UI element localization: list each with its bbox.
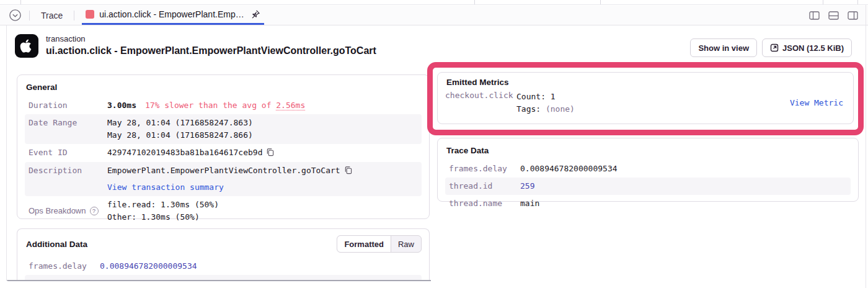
help-icon[interactable]: ? [90, 207, 99, 215]
row-thread-id: thread.id 259 [445, 178, 851, 195]
event-type-label: transaction [46, 34, 376, 43]
thread-id-key: thread.id [449, 180, 520, 192]
emitted-metrics-title: Emitted Metrics [446, 78, 846, 87]
row-frames-delay: frames.delay 0.008946782000009534 [25, 258, 422, 275]
drawer-layout-controls [809, 11, 858, 20]
trace-data-section: Trace Data frames.delay 0.00894678200000… [437, 138, 859, 202]
ops-breakdown-value: file.read: 1.30ms (50%) Other: 1.30ms (5… [107, 199, 418, 223]
dock-right-icon[interactable] [848, 11, 858, 20]
event-id-text: 429747102019483ba81ba164617ceb9d [107, 148, 262, 157]
json-button-label: JSON (12.5 KiB) [782, 43, 844, 53]
frames-delay-value: 0.008946782000009534 [520, 163, 847, 175]
chevron-down-circle-icon [9, 9, 22, 22]
view-transaction-summary-link[interactable]: View transaction summary [107, 182, 224, 192]
header-actions: Show in view JSON (12.5 KiB) [690, 38, 852, 57]
metric-details: Count: 1 Tags: (none) [516, 91, 575, 115]
tab-transaction-label: ui.action.click - EmpowerPlant.Emp… [99, 9, 244, 19]
grid-line [600, 0, 601, 4]
grid-line [823, 0, 823, 4]
frames-delay-key: frames.delay [449, 163, 520, 175]
json-download-button[interactable]: JSON (12.5 KiB) [762, 38, 852, 57]
event-id-value: 429747102019483ba81ba164617ceb9d [107, 146, 418, 159]
drawer-tab-bar: Trace ui.action.click - EmpowerPlant.Emp… [0, 6, 868, 25]
tab-trace-label: Trace [41, 11, 63, 20]
general-title: General [26, 83, 422, 92]
page-title: ui.action.click - EmpowerPlant.EmpowerPl… [46, 45, 376, 56]
ops-file-read: file.read: 1.30ms (50%) [107, 199, 418, 211]
event-header: transaction ui.action.click - EmpowerPla… [15, 34, 376, 58]
duration-comparison: 17% slower than the avg of 2.56ms [145, 101, 305, 110]
pin-icon[interactable] [250, 9, 260, 19]
dock-left-icon[interactable] [809, 11, 820, 20]
collapse-drawer-button[interactable] [9, 9, 22, 22]
description-value: EmpowerPlant.EmpowerPlantViewController.… [107, 164, 418, 194]
ops-breakdown-label: Ops Breakdown [29, 205, 86, 217]
thread-name-value: main [520, 197, 847, 210]
emitted-metrics-section: Emitted Metrics checkout.click Count: 1 … [437, 72, 854, 124]
apple-platform-icon [15, 34, 38, 58]
emitted-metrics-highlight: Emitted Metrics checkout.click Count: 1 … [427, 62, 864, 135]
tab-trace[interactable]: Trace [37, 6, 66, 25]
date-range-key: Date Range [29, 117, 107, 129]
external-link-icon [770, 43, 779, 52]
row-ops-breakdown: Ops Breakdown ? file.read: 1.30ms (50%) … [25, 196, 422, 226]
row-duration: Duration 3.00ms17% slower than the avg o… [25, 97, 422, 114]
show-in-view-label: Show in view [698, 43, 749, 53]
row-date-range: Date Range May 28, 01:04 (1716858247.863… [25, 114, 422, 144]
comparison-text: 17% slower than the avg of [145, 101, 276, 110]
general-section: General Duration 3.00ms17% slower than t… [17, 74, 430, 219]
duration-key: Duration [29, 99, 107, 112]
metric-name: checkout.click [445, 91, 516, 100]
project-badge-icon [86, 10, 94, 19]
divider [74, 11, 74, 20]
show-in-view-button[interactable]: Show in view [690, 38, 757, 57]
frames-delay-value: 0.008946782000009534 [100, 260, 418, 272]
view-metric-link[interactable]: View Metric [790, 98, 843, 107]
formatted-toggle-option[interactable]: Formatted [337, 236, 391, 252]
additional-data-title: Additional Data [26, 240, 87, 249]
additional-data-section: Additional Data Formatted Raw frames.del… [17, 228, 430, 288]
ops-other: Other: 1.30ms (50%) [107, 211, 418, 223]
dock-bottom-icon[interactable] [828, 11, 839, 20]
thread-id-value: 259 [520, 180, 847, 192]
description-text: EmpowerPlant.EmpowerPlantViewController.… [107, 166, 340, 175]
copy-icon[interactable] [266, 148, 274, 156]
clip-mask [7, 281, 866, 288]
duration-value: 3.00ms17% slower than the avg of 2.56ms [107, 99, 418, 112]
drawer-bottom-edge [7, 280, 431, 281]
help-glyph: ? [92, 208, 95, 214]
tags-value: (none) [546, 104, 575, 114]
grid-line [20, 0, 21, 4]
duration-ms: 3.00ms [107, 101, 136, 110]
grid-line [857, 0, 858, 4]
row-description: Description EmpowerPlant.EmpowerPlantVie… [25, 162, 422, 196]
grid-line [474, 0, 475, 4]
thread-name-key: thread.name [449, 197, 520, 210]
description-key: Description [29, 164, 107, 177]
metric-count-line: Count: 1 [516, 91, 575, 103]
tab-transaction-active[interactable]: ui.action.click - EmpowerPlant.Emp… [82, 6, 264, 25]
date-range-value: May 28, 01:04 (1716858247.863) May 28, 0… [107, 117, 418, 142]
row-frames-delay: frames.delay 0.008946782000009534 [445, 160, 851, 178]
date-start: May 28, 01:04 (1716858247.863) [107, 117, 418, 129]
trace-data-title: Trace Data [446, 146, 851, 155]
event-id-key: Event ID [29, 146, 107, 159]
format-toggle: Formatted Raw [337, 235, 422, 253]
ops-breakdown-key: Ops Breakdown ? [29, 205, 107, 217]
row-event-id: Event ID 429747102019483ba81ba164617ceb9… [25, 144, 422, 161]
emitted-metric-row: checkout.click Count: 1 Tags: (none) Vie… [445, 91, 846, 115]
raw-toggle-option[interactable]: Raw [391, 236, 421, 252]
count-label: Count: [516, 92, 546, 101]
count-value: 1 [551, 92, 556, 101]
trace-view-edge [0, 0, 868, 5]
description-text-line: EmpowerPlant.EmpowerPlantViewController.… [107, 164, 418, 177]
divider [29, 11, 30, 20]
copy-icon[interactable] [344, 166, 352, 174]
row-thread-name: thread.name main [445, 195, 851, 212]
drawer-left-edge [6, 25, 7, 281]
tags-label: Tags: [516, 104, 541, 114]
frames-delay-key: frames.delay [29, 260, 100, 272]
date-end: May 28, 01:04 (1716858247.866) [107, 129, 418, 142]
avg-duration-value[interactable]: 2.56ms [276, 101, 305, 110]
drawer-right-edge [866, 5, 866, 288]
